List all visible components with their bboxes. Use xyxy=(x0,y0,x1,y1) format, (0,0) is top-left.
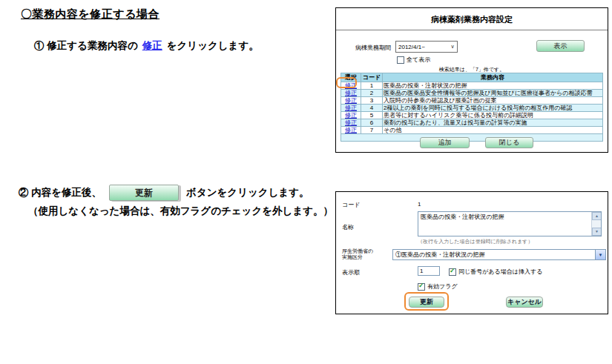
edit-link[interactable]: 修正 xyxy=(345,119,357,126)
business-content-table: 選択 コード 業務内容 修正 1 医薬品の投薬・注射状況の把握 修正 2 医薬品… xyxy=(340,73,603,142)
checkbox-checked-icon[interactable]: ✓ xyxy=(449,268,456,276)
empty-row xyxy=(341,134,603,142)
chevron-down-icon: ∨ xyxy=(448,44,457,50)
period-select-value: 2012/4/1~ xyxy=(396,44,448,50)
ward-duty-settings-dialog: 病棟薬剤業務内容設定 病棟業務期間 2012/4/1~ ∨ 表示 全て表示 検索… xyxy=(335,7,608,153)
active-flag-label: 有効フラグ xyxy=(427,283,458,290)
row-code: 2 xyxy=(361,90,383,97)
row-code: 4 xyxy=(361,105,383,112)
row-code: 5 xyxy=(361,112,383,119)
display-order-input[interactable] xyxy=(418,266,440,276)
cancel-button[interactable]: キャンセル xyxy=(506,297,543,308)
step2-text: ② 内容を修正後、更新ボタンをクリックします。 xyxy=(19,185,309,201)
row-content: 患者等に対するハイリスク薬等に係る投与前の詳細説明 xyxy=(383,112,603,119)
dialog1-title-divider xyxy=(336,30,608,30)
table-header-row: 選択 コード 業務内容 xyxy=(341,73,603,82)
edit-link[interactable]: 修正 xyxy=(345,127,357,133)
active-flag-checkbox[interactable]: ✓有効フラグ xyxy=(418,282,458,291)
table-row: 修正 4 2種以上の薬剤を同時に投与する場合における投与前の相互作用の確認 xyxy=(341,105,603,112)
scroll-down-icon[interactable]: ▼ xyxy=(592,228,602,236)
display-order-label: 表示順 xyxy=(342,268,360,277)
edit-business-content-dialog: コード 1 名称 医薬品の投薬・注射状況の把握 ▲ ▼ （改行を入力した場合は登… xyxy=(335,191,608,314)
row-content: その他 xyxy=(383,127,603,134)
insert-checkbox-label: 同じ番号がある場合は挿入する xyxy=(458,268,542,275)
row-content: 2種以上の薬剤を同時に投与する場合における投与前の相互作用の確認 xyxy=(383,105,603,112)
edit-link[interactable]: 修正 xyxy=(345,105,357,111)
check-icon: ✓ xyxy=(450,268,455,274)
step1-prefix: 修正する業務内容の xyxy=(47,40,137,51)
step1-suffix: をクリックします。 xyxy=(167,40,259,51)
step1-number: ① xyxy=(34,40,45,51)
edit-link[interactable]: 修正 xyxy=(345,82,357,89)
ministry-label: 厚生労働省の 実施区分 xyxy=(342,248,373,260)
table-row: 修正 2 医薬品の医薬品安全性情報等の把握及び周知並びに医療従事者からの相談応需 xyxy=(341,90,603,97)
checkbox-unchecked-icon[interactable] xyxy=(397,56,404,64)
row-code: 7 xyxy=(361,127,383,134)
close-button[interactable]: 閉じる xyxy=(485,137,533,148)
row-code: 6 xyxy=(361,119,383,127)
dialog1-title: 病棟薬剤業務内容設定 xyxy=(336,14,608,25)
row-content: 医薬品の医薬品安全性情報等の把握及び周知並びに医療従事者からの相談応需 xyxy=(383,90,603,97)
col-select: 選択 xyxy=(341,73,361,82)
step2-number: ② xyxy=(19,187,29,198)
ministry-select-value: ①医薬品の投薬・注射状況の把握 xyxy=(393,251,595,259)
table-row: 修正 1 医薬品の投薬・注射状況の把握 xyxy=(341,82,603,90)
edit-link[interactable]: 修正 xyxy=(345,97,357,104)
code-value: 1 xyxy=(418,201,421,208)
table-header: 選択 コード 業務内容 xyxy=(341,73,603,82)
insert-checkbox[interactable]: ✓同じ番号がある場合は挿入する xyxy=(449,268,542,276)
name-hint: （改行を入力した場合は登録時に削除されます） xyxy=(418,239,533,245)
edit-link[interactable]: 修正 xyxy=(345,112,357,119)
name-textarea-value: 医薬品の投薬・注射状況の把握 xyxy=(421,214,504,220)
table-row: 修正 6 薬剤の投与にあたり、流量又は投与量の計算等の実施 xyxy=(341,119,603,127)
table-row: 修正 3 入院時の持参薬の確認及び服薬計画の提案 xyxy=(341,97,603,105)
update-button[interactable]: 更新 xyxy=(409,297,444,308)
row-content: 入院時の持参薬の確認及び服薬計画の提案 xyxy=(383,97,603,105)
row-code: 1 xyxy=(361,82,383,90)
step2-suffix: ボタンをクリックします。 xyxy=(186,187,309,198)
col-content: 業務内容 xyxy=(383,73,603,82)
col-code: コード xyxy=(361,73,383,82)
step2-update-button-image: 更新 xyxy=(109,185,179,201)
add-button[interactable]: 追加 xyxy=(420,137,470,148)
table-body: 修正 1 医薬品の投薬・注射状況の把握 修正 2 医薬品の医薬品安全性情報等の把… xyxy=(341,82,603,134)
ministry-label-line1: 厚生労働省の xyxy=(342,248,373,254)
checkbox-checked-icon[interactable]: ✓ xyxy=(418,283,425,291)
ministry-select[interactable]: ①医薬品の投薬・注射状況の把握 ▼ xyxy=(392,249,606,260)
period-label: 病棟業務期間 xyxy=(355,44,391,52)
scroll-up-icon[interactable]: ▲ xyxy=(592,212,602,220)
page-title: 〇業務内容を修正する場合 xyxy=(21,7,159,21)
show-all-label: 全て表示 xyxy=(407,56,430,63)
name-textarea[interactable]: 医薬品の投薬・注射状況の把握 ▲ ▼ xyxy=(418,211,602,236)
dropdown-arrow-icon[interactable]: ▼ xyxy=(595,250,605,259)
step1-text: ① 修正する業務内容の修正をクリックします。 xyxy=(34,39,259,53)
name-label: 名称 xyxy=(342,223,354,231)
code-label: コード xyxy=(342,201,360,209)
row-code: 3 xyxy=(361,97,383,105)
table-footer xyxy=(341,134,603,142)
show-all-checkbox[interactable]: 全て表示 xyxy=(397,56,430,64)
table-row: 修正 7 その他 xyxy=(341,127,603,134)
edit-link[interactable]: 修正 xyxy=(345,90,357,96)
step2-note: （使用しなくなった場合は、有効フラグのチェックを外します。） xyxy=(28,205,333,218)
row-content: 薬剤の投与にあたり、流量又は投与量の計算等の実施 xyxy=(383,119,603,127)
check-icon: ✓ xyxy=(418,282,424,289)
step1-edit-link[interactable]: 修正 xyxy=(142,40,162,51)
step2-prefix: 内容を修正後、 xyxy=(31,187,102,198)
period-select[interactable]: 2012/4/1~ ∨ xyxy=(395,41,458,53)
scrollbar[interactable]: ▲ ▼ xyxy=(591,212,601,236)
ministry-label-line2: 実施区分 xyxy=(342,254,363,259)
table-row: 修正 5 患者等に対するハイリスク薬等に係る投与前の詳細説明 xyxy=(341,112,603,119)
show-button[interactable]: 表示 xyxy=(536,40,585,52)
row-content: 医薬品の投薬・注射状況の把握 xyxy=(383,82,603,90)
